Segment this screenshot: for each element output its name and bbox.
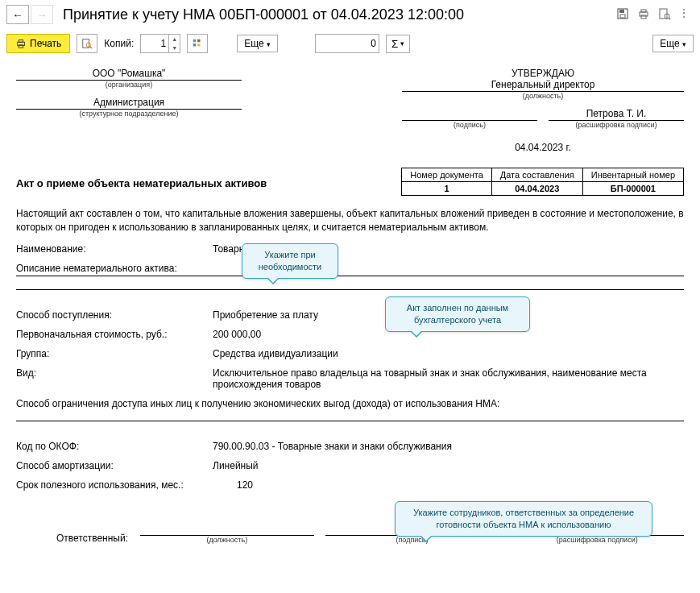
more-button-1[interactable]: Еще ▾	[237, 35, 278, 52]
svg-rect-17	[193, 44, 197, 47]
desc-label: Описание нематериального актива:	[16, 263, 177, 274]
method-label: Способ поступления:	[16, 309, 201, 321]
zero-input-wrap	[315, 34, 379, 53]
life-label: Срок полезного использования, мес.:	[16, 479, 226, 491]
svg-rect-12	[83, 39, 89, 48]
meta-h2: Дата составления	[491, 168, 582, 182]
meta-v2: 04.04.2023	[491, 182, 582, 196]
group-label: Группа:	[16, 348, 201, 359]
okof-label: Код по ОКОФ:	[16, 441, 201, 452]
decipher-caption: (расшифровка подписи)	[549, 121, 684, 129]
org-value: ООО "Ромашка"	[16, 68, 242, 81]
save-icon[interactable]	[616, 7, 629, 23]
back-button[interactable]: ←	[6, 5, 29, 24]
sign-caption: (подпись)	[402, 121, 537, 129]
copies-up[interactable]: ▲	[169, 35, 180, 44]
copies-input-wrap: ▲ ▼	[140, 34, 180, 53]
zoom-button[interactable]	[77, 34, 97, 53]
meta-table: Номер документа Дата составления Инвента…	[401, 168, 684, 196]
kind-label: Вид:	[16, 367, 201, 379]
approve-date: 04.04.2023 г.	[402, 142, 684, 153]
svg-rect-15	[193, 39, 197, 43]
callout-1: Укажите при необходимости	[242, 243, 338, 279]
svg-rect-1	[619, 10, 624, 13]
sigma-button[interactable]: Σ ▾	[386, 35, 410, 53]
position-caption: (должность)	[402, 92, 684, 100]
svg-rect-10	[19, 40, 23, 43]
resp-decipher-caption: (расшифровка подписи)	[510, 536, 684, 544]
approve-title: УТВЕРЖДАЮ	[402, 68, 684, 79]
resp-sign-caption: (подпись)	[325, 536, 499, 544]
amort-value: Линейный	[213, 460, 684, 471]
svg-rect-2	[620, 15, 625, 18]
meta-h1: Номер документа	[402, 168, 492, 182]
approve-position: Генеральный директор	[402, 79, 684, 92]
print-button-label: Печать	[30, 38, 61, 49]
meta-v1: 1	[402, 182, 492, 196]
forward-button[interactable]: →	[31, 5, 53, 24]
doc-main-title: Акт о приеме объекта нематериальных акти…	[16, 177, 267, 196]
copies-down[interactable]: ▼	[169, 44, 180, 52]
group-value: Средства идивидуализации	[213, 348, 684, 359]
svg-rect-16	[197, 39, 201, 43]
meta-v3: БП-000001	[582, 182, 683, 196]
org-caption: (организация)	[16, 81, 242, 89]
restrict-text: Способ ограничения доступа иных лиц к по…	[16, 398, 499, 409]
meta-h3: Инвентарный номер	[582, 168, 683, 182]
dept-caption: (структурное подразделение)	[16, 110, 242, 118]
resp-pos-caption: (должность)	[140, 536, 314, 544]
life-value: 120	[237, 479, 684, 491]
svg-line-8	[669, 18, 670, 19]
svg-rect-4	[641, 10, 646, 12]
settings-grid-button[interactable]	[187, 34, 208, 53]
name-label: Наименование:	[16, 243, 201, 255]
kind-value: Исключительное право владельца на товарн…	[213, 367, 684, 390]
svg-rect-18	[197, 44, 201, 47]
more-button-2[interactable]: Еще ▾	[652, 35, 694, 52]
callout-3: Укажите сотрудников, ответственных за оп…	[395, 501, 652, 537]
zero-input[interactable]	[316, 35, 379, 52]
callout-2: Акт заполнен по данным бухгалтерского уч…	[385, 296, 530, 332]
print-icon[interactable]	[637, 7, 650, 23]
menu-icon[interactable]: ⋮	[679, 7, 689, 23]
resp-label: Ответственный:	[16, 533, 129, 544]
cost-label: Первоначальная стоимость, руб.:	[16, 329, 201, 340]
document-area: ООО "Ромашка" (организация) Администраци…	[0, 58, 700, 590]
svg-line-14	[90, 47, 93, 49]
okof-value: 790.00.90.03 - Товарные знаки и знаки об…	[213, 441, 684, 452]
dept-value: Администрация	[16, 97, 242, 110]
page-title: Принятие к учету НМА 00БП-000001 от 04.0…	[63, 6, 616, 23]
preview-icon[interactable]	[658, 7, 671, 23]
body-text: Настоящий акт составлен о том, что капит…	[16, 207, 684, 235]
decipher-value: Петрова Т. И.	[549, 108, 684, 121]
copies-input[interactable]	[141, 35, 168, 52]
amort-label: Способ амортизации:	[16, 460, 201, 471]
print-button[interactable]: Печать	[6, 34, 70, 53]
copies-label: Копий:	[104, 38, 134, 49]
